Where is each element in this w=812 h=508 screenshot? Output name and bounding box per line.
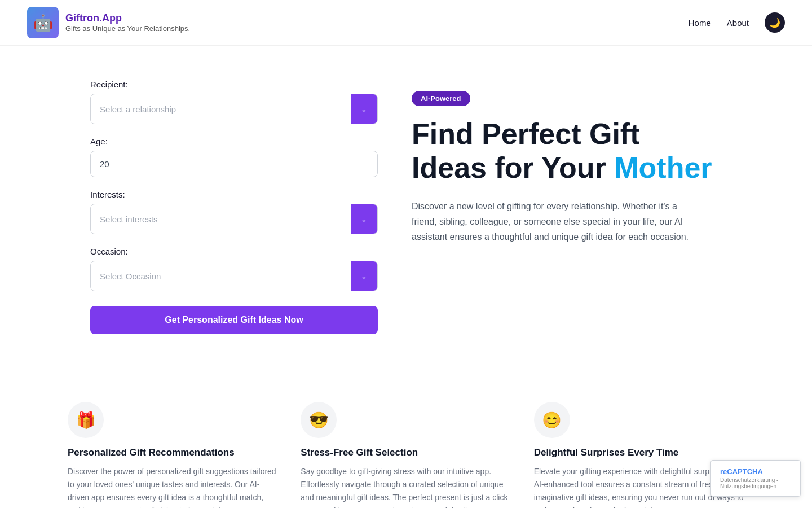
age-label: Age: bbox=[90, 137, 378, 146]
dark-mode-toggle[interactable]: 🌙 bbox=[765, 12, 785, 33]
occasion-label: Occasion: bbox=[90, 247, 378, 256]
feature-icon-0: 🎁 bbox=[68, 402, 104, 438]
hero-title-highlight: Mother bbox=[614, 151, 712, 184]
interests-select-wrapper: Select interests ⌄ bbox=[90, 204, 378, 234]
hero-panel: AI-Powered Find Perfect Gift Ideas for Y… bbox=[412, 80, 722, 244]
submit-button[interactable]: Get Personalized Gift Ideas Now bbox=[90, 306, 378, 334]
chevron-down-icon: ⌄ bbox=[361, 272, 367, 281]
interests-label: Interests: bbox=[90, 190, 378, 199]
occasion-select-input[interactable]: Select Occasion bbox=[91, 264, 351, 289]
brand-tagline: Gifts as Unique as Your Relationships. bbox=[65, 24, 190, 33]
main-content: Recipient: Select a relationship ⌄ Age: … bbox=[0, 46, 812, 368]
brand-text: Giftron.App Gifts as Unique as Your Rela… bbox=[65, 12, 190, 33]
age-input[interactable] bbox=[90, 151, 378, 177]
hero-title-prefix: Find Perfect Gift Ideas for Your bbox=[412, 117, 639, 184]
navbar: 🤖 Giftron.App Gifts as Unique as Your Re… bbox=[0, 0, 812, 46]
age-group: Age: bbox=[90, 137, 378, 177]
logo-emoji: 🤖 bbox=[33, 14, 53, 32]
features-section: 🎁 Personalized Gift Recommendations Disc… bbox=[0, 368, 812, 508]
logo-image: 🤖 bbox=[27, 7, 59, 38]
recipient-select-input[interactable]: Select a relationship bbox=[91, 97, 351, 122]
form-panel: Recipient: Select a relationship ⌄ Age: … bbox=[90, 80, 378, 334]
recaptcha-text: Datenschutzerklärung - Nutzungsbedingung… bbox=[720, 477, 791, 489]
occasion-group: Occasion: Select Occasion ⌄ bbox=[90, 247, 378, 291]
hero-title: Find Perfect Gift Ideas for Your Mother bbox=[412, 117, 722, 185]
chevron-down-icon: ⌄ bbox=[361, 105, 367, 113]
feature-title-1: Stress-Free Gift Selection bbox=[301, 447, 511, 458]
interests-dropdown-button[interactable]: ⌄ bbox=[351, 204, 377, 234]
features-grid: 🎁 Personalized Gift Recommendations Disc… bbox=[68, 402, 744, 508]
recipient-group: Recipient: Select a relationship ⌄ bbox=[90, 80, 378, 124]
interests-select-input[interactable]: Select interests bbox=[91, 207, 351, 232]
logo-area: 🤖 Giftron.App Gifts as Unique as Your Re… bbox=[27, 7, 190, 38]
feature-icon-1: 😎 bbox=[301, 402, 337, 438]
moon-icon: 🌙 bbox=[769, 17, 780, 28]
feature-desc-0: Discover the power of personalized gift … bbox=[68, 465, 278, 508]
home-link[interactable]: Home bbox=[689, 18, 711, 28]
recaptcha-badge: reCAPTCHA Datenschutzerklärung - Nutzung… bbox=[710, 460, 801, 497]
ai-badge: AI-Powered bbox=[412, 91, 470, 106]
recipient-select-wrapper: Select a relationship ⌄ bbox=[90, 94, 378, 124]
chevron-down-icon: ⌄ bbox=[361, 215, 367, 224]
about-link[interactable]: About bbox=[727, 18, 749, 28]
feature-title-0: Personalized Gift Recommendations bbox=[68, 447, 278, 458]
recaptcha-logo: reCAPTCHA bbox=[720, 467, 791, 476]
feature-card-0: 🎁 Personalized Gift Recommendations Disc… bbox=[68, 402, 278, 508]
interests-group: Interests: Select interests ⌄ bbox=[90, 190, 378, 234]
recipient-label: Recipient: bbox=[90, 80, 378, 89]
occasion-select-wrapper: Select Occasion ⌄ bbox=[90, 261, 378, 291]
recipient-dropdown-button[interactable]: ⌄ bbox=[351, 94, 377, 124]
nav-links: Home About 🌙 bbox=[689, 12, 785, 33]
brand-name: Giftron.App bbox=[65, 12, 190, 24]
feature-icon-2: 😊 bbox=[534, 402, 570, 438]
feature-desc-1: Say goodbye to gift-giving stress with o… bbox=[301, 465, 511, 508]
occasion-dropdown-button[interactable]: ⌄ bbox=[351, 261, 377, 291]
feature-card-1: 😎 Stress-Free Gift Selection Say goodbye… bbox=[301, 402, 511, 508]
feature-title-2: Delightful Surprises Every Time bbox=[534, 447, 744, 458]
hero-description: Discover a new level of gifting for ever… bbox=[412, 199, 694, 245]
